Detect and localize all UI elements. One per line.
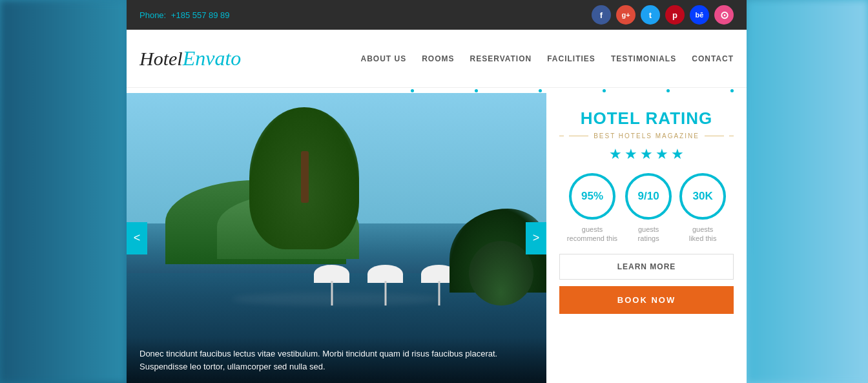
metric-ratings: 9/10 guestsratings [625,173,672,243]
hero-slider: Donec tincidunt faucibus lectus vitae ve… [127,93,546,383]
social-icons-group: f g+ t p bē ⊙ [592,5,734,25]
rating-title: HOTEL RATING [581,109,713,129]
nav-dot-1 [411,89,414,92]
rating-title-accent: RATING [646,109,713,128]
learn-more-button[interactable]: LEARN MORE [559,254,734,280]
arrow-left-icon: < [134,231,141,245]
logo-hotel: Hotel [140,48,183,69]
umbrella-2 [367,265,403,283]
nav-testimonials[interactable]: TESTIMONIALS [611,54,676,63]
metric-ratings-circle: 9/10 [625,173,672,220]
metric-recommend: 95% guestsrecommend this [567,173,617,243]
site-header: HotelEnvato ABOUT US ROOMS RESERVATION F… [127,30,747,88]
pinterest-icon[interactable]: p [665,5,685,25]
nav-rooms[interactable]: ROOMS [422,54,454,63]
water-reflection [232,293,442,305]
learn-more-label: LEARN MORE [617,262,676,271]
main-nav: ABOUT US ROOMS RESERVATION FACILITIES TE… [282,54,734,63]
nav-facilities[interactable]: FACILITIES [547,54,595,63]
twitter-icon[interactable]: t [641,5,660,25]
rating-subtitle-text: BEST HOTELS MAGAZINE [594,132,699,140]
nav-indicators [127,88,747,93]
carousel-next-button[interactable]: > [526,222,546,254]
umbrella-pole-2 [384,281,386,305]
phone-info: Phone: +185 557 89 89 [140,10,230,20]
nav-dot-4 [603,89,606,92]
star-4: ★ [656,146,668,163]
arrow-right-icon: > [533,231,540,245]
book-now-button[interactable]: BOOK NOW [559,286,734,314]
metric-liked-circle: 30K [679,173,726,220]
star-2: ★ [625,146,637,163]
tree-trunk [301,151,309,203]
nav-reservation[interactable]: RESERVATION [470,54,532,63]
star-1: ★ [609,146,622,163]
metrics-group: 95% guestsrecommend this 9/10 guestsrati… [567,173,726,243]
behance-icon[interactable]: bē [690,5,709,25]
metric-liked: 30K guestsliked this [679,173,726,243]
metric-recommend-circle: 95% [569,173,615,220]
rating-subtitle: BEST HOTELS MAGAZINE [559,132,734,140]
facebook-icon[interactable]: f [592,5,611,25]
umbrella-top-2 [367,265,403,283]
hero-caption: Donec tincidunt faucibus lectus vitae ve… [127,337,546,383]
umbrella-pole-3 [438,281,440,305]
metric-ratings-label: guestsratings [638,225,659,243]
rating-subtitle-line-left [569,136,588,136]
bg-right-blur [747,0,868,383]
metric-liked-value: 30K [693,190,713,203]
metric-ratings-value: 9/10 [638,190,659,203]
nav-dot-3 [539,89,542,92]
umbrella-group [314,265,457,283]
nav-dot-5 [666,89,670,92]
book-now-label: BOOK NOW [617,295,676,305]
top-bar: Phone: +185 557 89 89 f g+ t p bē ⊙ [127,0,747,30]
metric-recommend-label: guestsrecommend this [567,225,617,243]
rating-panel: HOTEL RATING BEST HOTELS MAGAZINE ★ ★ ★ … [546,93,747,383]
google-plus-icon[interactable]: g+ [616,5,636,25]
rating-subtitle-line-right [705,136,724,136]
site-logo: HotelEnvato [140,47,282,70]
dribbble-icon[interactable]: ⊙ [714,5,734,25]
phone-number: +185 557 89 89 [171,10,230,20]
rating-title-text: HOTEL [581,109,646,128]
umbrella-1 [314,265,349,283]
logo-envato: Envato [183,47,242,70]
umbrella-pole-1 [331,281,333,305]
nav-contact[interactable]: CONTACT [692,54,734,63]
carousel-prev-button[interactable]: < [127,222,147,254]
star-5: ★ [671,146,684,163]
hero-text-content: Donec tincidunt faucibus lectus vitae ve… [140,349,497,371]
star-rating: ★ ★ ★ ★ ★ [609,146,684,163]
umbrella-top-1 [314,265,349,283]
nav-dot-2 [475,89,478,92]
star-3: ★ [640,146,653,163]
metric-recommend-value: 95% [581,190,603,203]
phone-label: Phone: [140,10,166,20]
content-area: Donec tincidunt faucibus lectus vitae ve… [127,93,747,383]
nav-about[interactable]: ABOUT US [361,54,407,63]
main-container: Phone: +185 557 89 89 f g+ t p bē ⊙ Hote… [127,0,747,383]
nav-dot-6 [730,89,734,92]
right-bushes-2 [469,241,533,305]
bg-left-blur [0,0,127,383]
metric-liked-label: guestsliked this [689,225,717,243]
